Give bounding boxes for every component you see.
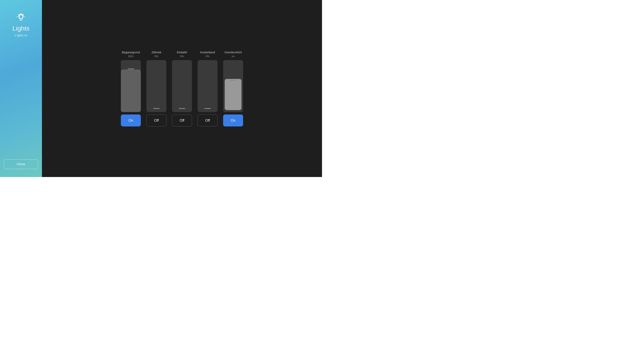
slider-handle-eettafel [179,108,185,109]
light-bulb-icon [16,12,26,22]
light-control-voordeurlicht: VoordeurlichtonOn [223,50,243,126]
light-control-eettafel: Eettafel0%Off [172,50,192,126]
sidebar-title: Lights [12,25,29,32]
light-name-voordeurlicht: Voordeurlicht [224,50,242,54]
light-value-zithoek: 0% [154,55,158,58]
slider-track-kookeiland[interactable] [198,60,218,112]
slider-handle-voordeurlicht [230,80,236,81]
toggle-button-eettafel[interactable]: Off [172,114,192,126]
home-button[interactable]: Home [4,160,38,169]
slider-track-beganegrond[interactable] [121,60,141,112]
light-value-voordeurlicht: on [232,55,234,58]
toggle-button-kookeiland[interactable]: Off [198,114,218,126]
slider-track-zithoek[interactable] [146,60,166,112]
slider-handle-beganegrond [128,68,134,69]
light-control-zithoek: Zithoek0%Off [146,50,166,126]
light-control-kookeiland: Kookeiland0%Off [198,50,218,126]
lights-grid: Beganegrond82%OnZithoek0%OffEettafel0%Of… [121,50,243,126]
toggle-button-zithoek[interactable]: Off [146,114,166,126]
light-name-beganegrond: Beganegrond [122,50,140,54]
slider-fill-beganegrond [121,70,141,112]
slider-track-eettafel[interactable] [172,60,192,112]
slider-track-voordeurlicht[interactable] [223,60,243,112]
toggle-button-beganegrond[interactable]: On [121,114,141,126]
toggle-button-voordeurlicht[interactable]: On [223,114,243,126]
light-name-eettafel: Eettafel [177,50,187,54]
sidebar-subtitle: 2 lights on [14,34,27,37]
sidebar: Lights 2 lights on Home [0,0,42,177]
light-control-beganegrond: Beganegrond82%On [121,50,141,126]
sidebar-top: Lights 2 lights on [12,12,29,37]
light-value-kookeiland: 0% [206,55,210,58]
light-value-beganegrond: 82% [128,55,134,58]
light-value-eettafel: 0% [180,55,184,58]
light-name-kookeiland: Kookeiland [200,50,215,54]
light-name-zithoek: Zithoek [152,50,161,54]
slider-fill-voordeurlicht [225,79,242,110]
slider-handle-zithoek [153,108,160,109]
main-content: Beganegrond82%OnZithoek0%OffEettafel0%Of… [42,0,322,177]
slider-handle-kookeiland [204,108,211,109]
